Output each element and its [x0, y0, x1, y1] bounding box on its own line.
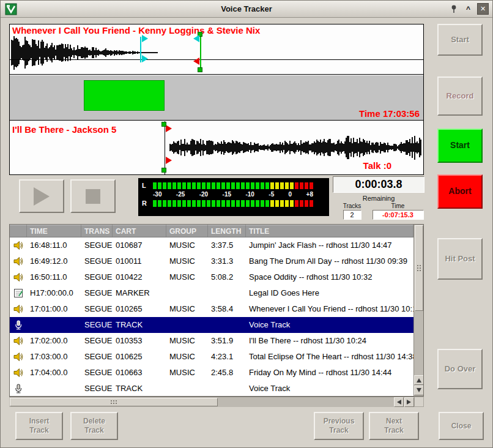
log-cell-time: 17:01:00.0 — [27, 301, 81, 317]
do-over-button[interactable]: Do Over — [437, 349, 483, 389]
pin-button[interactable] — [448, 3, 459, 15]
log-cell-length: 4:23.1 — [208, 349, 246, 365]
fade-marker-handle-icon[interactable] — [193, 35, 199, 42]
log-cell-length: 2:45.8 — [208, 365, 246, 381]
log-cell-group: MUSIC — [166, 301, 208, 317]
log-row[interactable]: 17:03:00.0SEGUE010625MUSIC4:23.1Total Ec… — [10, 349, 413, 365]
waveform-pane-track2[interactable]: I'll Be There - Jackson 5 Talk :0 — [10, 121, 423, 174]
start-marker-handle-icon[interactable] — [161, 122, 166, 127]
voicetrack-region[interactable] — [84, 80, 165, 111]
log-cell-trans: SEGUE — [81, 381, 113, 397]
arrow-left-icon — [395, 400, 401, 405]
scroll-up-button[interactable] — [414, 375, 424, 385]
shade-button[interactable]: ^ — [462, 3, 474, 15]
header-length: LENGTH — [208, 225, 246, 237]
log-cell-time: H17:00:00.0 — [27, 285, 81, 301]
meter-right-segments — [153, 200, 313, 207]
log-cell-group: MUSIC — [166, 365, 208, 381]
log-cell-icon — [10, 288, 27, 298]
remaining-label: Remaining — [333, 195, 424, 202]
log-cell-time: 16:49:12.0 — [27, 253, 81, 269]
time-overlay: Time 17:03:56 — [359, 108, 420, 119]
horizontal-scrollbar[interactable] — [9, 397, 414, 407]
start-marker-handle-icon[interactable] — [161, 168, 166, 173]
delete-track-button[interactable]: Delete Track — [70, 412, 118, 440]
end-marker-line[interactable] — [200, 33, 201, 72]
log-cell-trans: SEGUE — [81, 237, 113, 253]
start-marker-handle-icon[interactable] — [166, 157, 172, 164]
log-row[interactable]: 16:49:12.0SEGUE010011MUSIC3:31.3Bang The… — [10, 253, 413, 269]
log-row[interactable]: H17:00:00.0SEGUEMARKERLegal ID Goes Here — [10, 285, 413, 301]
log-cell-title: Bang The Drum All Day -- rdhost 11/30 09… — [246, 253, 413, 269]
meter-left-segments — [153, 182, 313, 189]
vertical-scrollbar-thumb[interactable] — [415, 225, 423, 311]
previous-track-button[interactable]: Previous Track — [314, 412, 364, 440]
vertical-scrollbar[interactable] — [413, 225, 423, 396]
speaker-icon — [13, 241, 23, 250]
voice-tracker-window: Voice Tracker ^ ✕ Whenever I Call You Fr… — [0, 0, 493, 448]
close-icon: ✕ — [480, 5, 486, 13]
next-track-button[interactable]: Next Track — [369, 412, 419, 440]
log-cell-group: MUSIC — [166, 253, 208, 269]
track1-title: Whenever I Call You Friend - Kenny Loggi… — [12, 25, 260, 35]
log-cell-icon — [10, 241, 27, 250]
log-row[interactable]: SEGUETRACKVoice Track — [10, 317, 413, 333]
log-cell-icon — [10, 256, 27, 266]
tracks-label: Tracks — [343, 203, 361, 209]
log-row[interactable]: 17:01:00.0SEGUE010265MUSIC3:58.4Whenever… — [10, 301, 413, 317]
waveform-pane-track1[interactable]: Whenever I Call You Friend - Kenny Loggi… — [10, 24, 423, 75]
log-cell-cart: 010011 — [113, 253, 166, 269]
log-cell-time: 17:02:00.0 — [27, 333, 81, 349]
start-marker-handle-icon[interactable] — [166, 125, 172, 132]
log-cell-group: MUSIC — [166, 269, 208, 285]
fade-marker-handle-icon[interactable] — [193, 58, 199, 65]
start-recording-button[interactable]: Start — [437, 129, 483, 163]
segue-marker-handle-icon[interactable] — [142, 55, 148, 62]
log-row[interactable]: 17:04:00.0SEGUE010663MUSIC2:45.8Friday O… — [10, 365, 413, 381]
arrow-right-icon — [407, 400, 413, 405]
log-cell-time: 16:50:11.0 — [27, 269, 81, 285]
log-cell-title: I'll Be There -- rdhost 11/30 10:24 — [246, 333, 413, 349]
log-cell-cart: 010353 — [113, 333, 166, 349]
abort-button[interactable]: Abort — [437, 174, 483, 209]
scroll-left-button[interactable] — [394, 397, 404, 407]
end-marker-handle-icon[interactable] — [198, 67, 202, 72]
log-row[interactable]: 17:02:00.0SEGUE010353MUSIC3:51.9I'll Be … — [10, 333, 413, 349]
speaker-icon — [13, 368, 23, 378]
stop-button[interactable] — [70, 179, 116, 213]
log-table: TIME TRANS CART GROUP LENGTH TITLE 16:48… — [9, 224, 424, 397]
header-title: TITLE — [246, 225, 413, 237]
log-cell-cart: MARKER — [113, 285, 166, 301]
log-row[interactable]: 16:48:11.0SEGUE010687MUSIC3:37.5Jumpin' … — [10, 237, 413, 253]
insert-track-button[interactable]: Insert Track — [15, 412, 63, 440]
record-button[interactable]: Record — [437, 77, 483, 116]
hit-post-button[interactable]: Hit Post — [437, 238, 483, 280]
microphone-icon — [13, 320, 23, 330]
meter-scale-label: -10 — [245, 191, 254, 198]
segue-marker-line[interactable] — [140, 37, 141, 62]
close-window-button[interactable]: Close — [439, 412, 484, 440]
header-trans: TRANS — [81, 225, 113, 237]
log-cell-cart: 010687 — [113, 237, 166, 253]
meter-scale-label: -30 — [153, 191, 161, 198]
log-cell-icon — [10, 384, 27, 394]
meter-scale: -30-25-20-15-10-50+8 — [153, 190, 313, 199]
log-row[interactable]: SEGUETRACKVoice Track — [10, 381, 413, 397]
titlebar: Voice Tracker ^ ✕ — [1, 1, 492, 18]
track2-title: I'll Be There - Jackson 5 — [12, 124, 116, 135]
start-track1-button[interactable]: Start — [437, 24, 483, 56]
voicetrack-pane[interactable]: Time 17:03:56 — [10, 75, 423, 121]
log-cell-trans: SEGUE — [81, 269, 113, 285]
log-cell-length: 5:08.2 — [208, 269, 246, 285]
speaker-icon — [13, 272, 23, 282]
scroll-right-button[interactable] — [404, 397, 414, 407]
play-button[interactable] — [19, 179, 64, 213]
log-cell-title: Friday On My Mind -- rdhost 11/30 14:44 — [246, 365, 413, 381]
horizontal-scrollbar-thumb[interactable] — [10, 398, 218, 406]
start-marker-line[interactable] — [165, 121, 165, 174]
segue-marker-handle-icon[interactable] — [142, 35, 148, 42]
log-row[interactable]: 16:50:11.0SEGUE010422MUSIC5:08.2Space Od… — [10, 269, 413, 285]
scroll-down-button[interactable] — [414, 386, 424, 395]
close-button[interactable]: ✕ — [477, 3, 489, 15]
speaker-icon — [13, 304, 23, 314]
